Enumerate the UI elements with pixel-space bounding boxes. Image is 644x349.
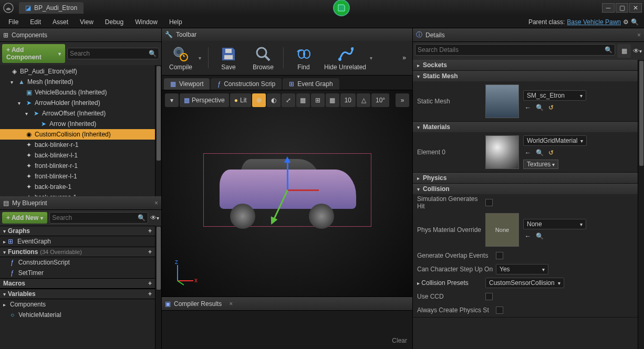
property-matrix-button[interactable]: ▦ (617, 44, 631, 58)
show-button[interactable]: ⊕ (252, 93, 266, 107)
add-function-button[interactable]: + (148, 248, 152, 256)
add-graph-button[interactable]: + (148, 227, 152, 235)
close-panel-icon[interactable]: × (154, 199, 158, 207)
components-scrollbar[interactable] (155, 65, 161, 196)
snap-loc-button[interactable]: ▦ (296, 93, 310, 107)
reset-icon[interactable]: ↺ (546, 103, 556, 112)
menu-asset[interactable]: Asset (47, 17, 74, 27)
section-physics[interactable]: ▸Physics (413, 173, 638, 183)
menu-view[interactable]: View (75, 17, 99, 27)
use-selected-icon[interactable]: ← (523, 231, 533, 241)
use-selected-icon[interactable]: ← (523, 148, 533, 157)
tab-viewport[interactable]: ▦Viewport (164, 78, 210, 90)
viewport-overflow-button[interactable]: » (396, 93, 409, 107)
settings-icon[interactable]: ⚙ (623, 18, 629, 26)
myblueprint-search[interactable]: 🔍 (49, 212, 148, 224)
tree-item-customcollision[interactable]: ◉CustomCollision (Inherited) (0, 129, 155, 140)
section-functions[interactable]: ▾Functions(34 Overridable)+ (0, 247, 155, 257)
compile-dropdown[interactable]: ▾ (199, 55, 205, 61)
simgen-checkbox[interactable] (485, 199, 493, 206)
snap-angle[interactable]: 10° (371, 93, 389, 107)
material-picker[interactable]: WorldGridMaterial▾ (523, 135, 587, 146)
browse-asset-icon[interactable]: 🔍 (535, 148, 544, 157)
item-eventgraph[interactable]: ▸⊞EventGraph (0, 236, 155, 247)
save-button[interactable]: Save (212, 43, 245, 72)
tab-construction[interactable]: ƒConstruction Scrip (211, 78, 282, 90)
realtime-button[interactable]: ⤢ (282, 93, 295, 107)
canstep-dropdown[interactable]: Yes▾ (496, 264, 548, 274)
tree-item-back-brake[interactable]: ✦back-brake-1 (0, 182, 155, 192)
tree-item-arrowholder[interactable]: ▾➤ArrowHolder (Inherited) (0, 98, 155, 108)
clear-button[interactable]: Clear (392, 337, 407, 344)
presets-label[interactable]: ▸ Collision Presets (417, 279, 485, 287)
document-tab[interactable]: ◪ BP_Audi_Etron (19, 2, 84, 14)
game-view-button[interactable]: ◐ (267, 93, 281, 107)
eye-icon[interactable]: 👁▾ (150, 214, 159, 221)
browse-asset-icon[interactable]: 🔍 (535, 231, 544, 241)
use-selected-icon[interactable]: ← (523, 103, 533, 112)
static-mesh-thumbnail[interactable] (485, 84, 519, 118)
menu-help[interactable]: Help (164, 17, 188, 27)
menu-debug[interactable]: Debug (100, 17, 129, 27)
components-search-input[interactable] (70, 50, 149, 57)
section-materials[interactable]: ▾Materials (413, 122, 638, 132)
tree-item-back-reverse[interactable]: ✦back-reverse-1 (0, 192, 155, 196)
snap-rot-button[interactable]: △ (357, 93, 370, 107)
section-sockets[interactable]: ▸Sockets (413, 60, 638, 70)
details-search-input[interactable] (418, 46, 605, 54)
section-static-mesh[interactable]: ▾Static Mesh (413, 71, 638, 81)
tree-item-root[interactable]: ◈BP_Audi_Etron(self) (0, 66, 155, 77)
toolbar-overflow-button[interactable]: » (398, 50, 410, 66)
useccd-checkbox[interactable] (485, 293, 493, 300)
visibility-filter-button[interactable]: 👁▾ (633, 44, 642, 58)
viewport-canvas[interactable]: z x (162, 90, 412, 297)
item-settimer[interactable]: ƒSetTimer (0, 268, 155, 278)
find-button[interactable]: Find (287, 43, 320, 72)
tree-item-front-blinker-r[interactable]: ✦front-blinker-r-1 (0, 161, 155, 171)
physmat-picker[interactable]: None▾ (523, 219, 586, 229)
static-mesh-picker[interactable]: SM_sc_Etron▾ (523, 90, 586, 101)
minimize-button[interactable]: ─ (602, 3, 615, 13)
tab-eventgraph[interactable]: ⊞Event Graph (283, 78, 339, 90)
add-component-button[interactable]: + Add Component▾ (2, 44, 65, 63)
genover-checkbox[interactable] (496, 252, 503, 259)
item-components-var[interactable]: ▸Components (0, 299, 155, 310)
viewport-options-button[interactable]: ▾ (165, 93, 179, 107)
myblueprint-scrollbar[interactable] (155, 226, 161, 349)
item-constructionscript[interactable]: ƒConstructionScript (0, 257, 155, 268)
section-graphs[interactable]: ▾Graphs+ (0, 226, 155, 236)
always-checkbox[interactable] (496, 306, 503, 314)
browse-button[interactable]: Browse (246, 43, 280, 72)
tree-item-back-blinker-l[interactable]: ✦back-blinker-l-1 (0, 150, 155, 161)
add-variable-button[interactable]: + (148, 290, 152, 298)
section-macros[interactable]: Macros+ (0, 278, 155, 289)
hide-dropdown[interactable]: ▾ (370, 55, 376, 61)
section-collision[interactable]: ▾Collision (413, 184, 638, 194)
perspective-button[interactable]: ▦Perspective (180, 93, 229, 107)
close-compiler-icon[interactable]: × (229, 300, 233, 308)
maximize-button[interactable]: ▢ (616, 3, 628, 13)
close-details-icon[interactable]: × (637, 31, 641, 39)
add-new-button[interactable]: + Add New▾ (2, 212, 47, 224)
parent-class-link[interactable]: Base Vehicle Pawn (567, 18, 621, 26)
menu-file[interactable]: File (3, 17, 24, 27)
components-search[interactable]: 🔍 (67, 48, 159, 59)
menu-window[interactable]: Window (130, 17, 163, 27)
tree-item-back-blinker-r[interactable]: ✦back-blinker-r-1 (0, 140, 155, 150)
reset-icon[interactable]: ↺ (546, 148, 556, 157)
physmat-thumbnail[interactable]: None (485, 213, 519, 247)
material-thumbnail[interactable] (485, 135, 519, 169)
close-button[interactable]: ✕ (629, 3, 642, 13)
presets-dropdown[interactable]: CustomSensorCollision▾ (485, 278, 564, 288)
tree-item-front-blinker-l[interactable]: ✦front-blinker-l-1 (0, 171, 155, 182)
menu-edit[interactable]: Edit (25, 17, 46, 27)
item-vehiclematerial[interactable]: ○VehicleMaterial (0, 310, 155, 320)
tree-item-vehiclebounds[interactable]: ▣VehicleBounds (Inherited) (0, 87, 155, 98)
snap-grid-button[interactable]: ▦ (326, 93, 339, 107)
textures-button[interactable]: Textures▾ (523, 160, 558, 169)
tree-item-arrow[interactable]: ➤Arrow (Inherited) (0, 119, 155, 129)
tree-item-arrowoffset[interactable]: ▾➤ArrowOffset (Inherited) (0, 108, 155, 119)
dirty-save-indicator-icon[interactable] (333, 0, 350, 16)
compile-button[interactable]: Compile (164, 43, 198, 72)
section-variables[interactable]: ▾Variables+ (0, 289, 155, 299)
